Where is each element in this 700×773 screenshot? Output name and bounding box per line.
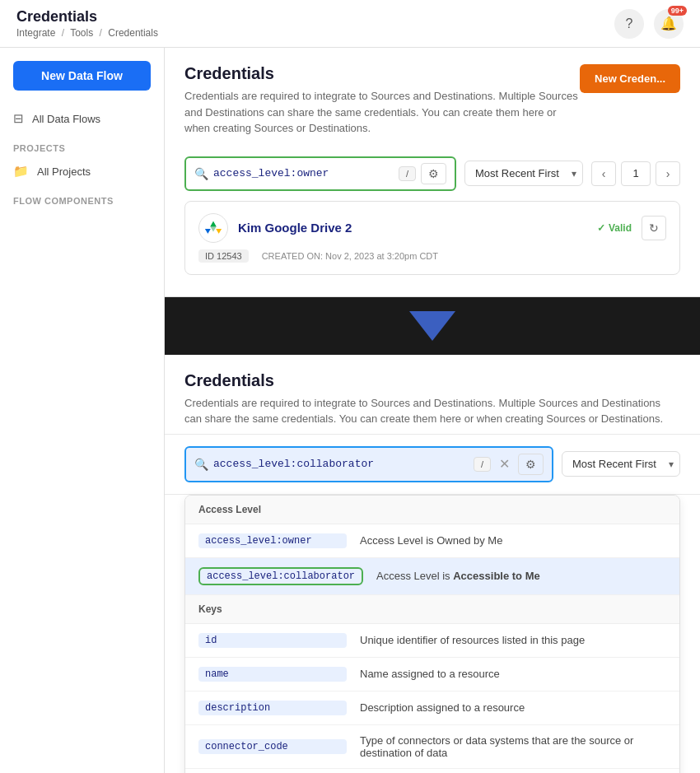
credentials-list: Kim Google Drive 2 ✓ Valid ↻ ID 12543 CR… <box>165 201 700 296</box>
dropdown-item-description[interactable]: description Description assigned to a re… <box>185 692 679 725</box>
arrow-divider <box>165 297 700 355</box>
item-key-connector-code: connector_code <box>198 739 347 754</box>
item-key-name: name <box>198 667 347 682</box>
bottom-search-area: 🔍 / ✕ ⚙ Most Recent First Oldest First N… <box>165 435 700 495</box>
bottom-panel-title: Credentials <box>184 371 680 390</box>
bottom-search-number-button[interactable]: / <box>474 457 491 472</box>
new-credential-button[interactable]: New Creden... <box>580 64 680 93</box>
item-desc-collaborator: Access Level is Accessible to Me <box>376 570 540 582</box>
item-key-description: description <box>198 701 347 715</box>
sidebar-item-label: All Projects <box>37 165 91 178</box>
page-title: Credentials <box>16 8 158 26</box>
google-drive-icon <box>204 219 222 237</box>
item-desc-owner: Access Level is Owned by Me <box>360 534 502 547</box>
help-button[interactable]: ? <box>614 9 644 39</box>
dropdown-item-access-level[interactable]: access_level Your access level for the r… <box>185 769 679 774</box>
search-filter-button[interactable]: ⚙ <box>421 163 446 184</box>
bottom-search-input[interactable] <box>213 458 469 470</box>
search-wrapper: 🔍 / ⚙ <box>184 156 456 191</box>
breadcrumb-credentials[interactable]: Credentials <box>108 27 158 39</box>
top-credentials-panel: Credentials Credentials are required to … <box>165 48 700 297</box>
notification-badge: 99+ <box>668 6 687 16</box>
bottom-sort-select[interactable]: Most Recent First Oldest First Name A-Z … <box>562 451 680 477</box>
item-key-id: id <box>198 633 347 648</box>
bottom-credentials-panel: Credentials Credentials are required to … <box>165 355 700 774</box>
item-key-owner: access_level:owner <box>198 533 347 548</box>
notifications-button[interactable]: 🔔 99+ <box>654 9 684 39</box>
refresh-credential-button[interactable]: ↻ <box>642 216 666 240</box>
breadcrumb: Integrate / Tools / Credentials <box>16 27 158 39</box>
credential-icon <box>198 213 228 243</box>
item-desc-id: Unique identifier of resources listed in… <box>360 634 585 646</box>
dropdown-item-owner[interactable]: access_level:owner Access Level is Owned… <box>185 524 679 558</box>
sidebar-section-projects: PROJECTS <box>0 133 164 156</box>
bottom-panel-header: Credentials Credentials are required to … <box>165 355 700 435</box>
credential-id: ID 12543 <box>198 249 249 263</box>
top-bar-right: ? 🔔 99+ <box>614 9 684 39</box>
next-page-button[interactable]: › <box>656 161 680 186</box>
data-flows-icon: ⊟ <box>13 111 24 126</box>
dropdown-section-access-level: Access Level <box>185 496 679 524</box>
search-dropdown: Access Level access_level:owner Access L… <box>184 495 680 774</box>
bell-icon: 🔔 <box>660 16 677 31</box>
panel-title: Credentials <box>184 64 580 83</box>
breadcrumb-integrate[interactable]: Integrate <box>16 27 55 39</box>
projects-icon: 📁 <box>13 164 29 179</box>
bottom-search-filter-button[interactable]: ⚙ <box>518 454 544 475</box>
item-desc-connector-code: Type of connectors or data systems that … <box>360 734 666 759</box>
credential-card[interactable]: Kim Google Drive 2 ✓ Valid ↻ ID 12543 CR… <box>184 201 680 275</box>
bottom-sort-wrapper: Most Recent First Oldest First Name A-Z … <box>562 451 680 477</box>
new-data-flow-button[interactable]: New Data Flow <box>13 61 151 91</box>
top-bar-left: Credentials Integrate / Tools / Credenti… <box>16 8 158 39</box>
down-arrow-icon <box>409 311 455 341</box>
sidebar-item-all-data-flows[interactable]: ⊟ All Data Flows <box>0 104 164 133</box>
prev-page-button[interactable]: ‹ <box>591 161 616 186</box>
panel-description: Credentials are required to integrate to… <box>184 88 580 137</box>
sidebar: New Data Flow ⊟ All Data Flows PROJECTS … <box>0 48 165 773</box>
sidebar-item-label: All Data Flows <box>32 113 100 125</box>
question-icon: ? <box>626 16 633 31</box>
breadcrumb-tools[interactable]: Tools <box>70 27 93 39</box>
credential-created: CREATED ON: Nov 2, 2023 at 3:20pm CDT <box>262 251 438 261</box>
top-bar: Credentials Integrate / Tools / Credenti… <box>0 0 700 48</box>
search-input[interactable] <box>213 167 394 179</box>
check-icon: ✓ <box>597 222 605 234</box>
item-key-collaborator: access_level:collaborator <box>198 567 363 585</box>
search-icon: 🔍 <box>194 167 208 180</box>
dropdown-section-keys: Keys <box>185 595 679 624</box>
dropdown-item-id[interactable]: id Unique identifier of resources listed… <box>185 624 679 658</box>
search-area: 🔍 / ⚙ Most Recent First Oldest First Nam… <box>165 147 700 201</box>
main-content: Credentials Credentials are required to … <box>165 48 700 773</box>
valid-badge: ✓ Valid <box>597 222 632 234</box>
dropdown-item-name[interactable]: name Name assigned to a resource <box>185 658 679 692</box>
bottom-search-icon: 🔍 <box>194 458 208 471</box>
app-layout: New Data Flow ⊟ All Data Flows PROJECTS … <box>0 48 700 773</box>
dropdown-item-connector-code[interactable]: connector_code Type of connectors or dat… <box>185 725 679 769</box>
sidebar-item-all-projects[interactable]: 📁 All Projects <box>0 156 164 186</box>
bottom-panel-description: Credentials are required to integrate to… <box>184 395 680 427</box>
dropdown-item-collaborator[interactable]: access_level:collaborator Access Level i… <box>185 558 679 595</box>
bottom-search-wrapper: 🔍 / ✕ ⚙ <box>184 446 553 482</box>
panel-header: Credentials Credentials are required to … <box>165 48 700 147</box>
sort-wrapper: Most Recent First Oldest First Name A-Z … <box>464 161 583 186</box>
clear-search-button[interactable]: ✕ <box>496 456 513 472</box>
search-number-button[interactable]: / <box>399 166 416 181</box>
item-desc-name: Name assigned to a resource <box>360 668 500 680</box>
sidebar-section-flow-components: FLOW COMPONENTS <box>0 186 164 209</box>
item-desc-description: Description assigned to a resource <box>360 701 525 714</box>
pagination: ‹ › <box>591 161 680 186</box>
credential-name: Kim Google Drive 2 <box>238 221 587 235</box>
page-number-input[interactable] <box>621 161 651 186</box>
sort-select[interactable]: Most Recent First Oldest First Name A-Z … <box>464 161 583 186</box>
